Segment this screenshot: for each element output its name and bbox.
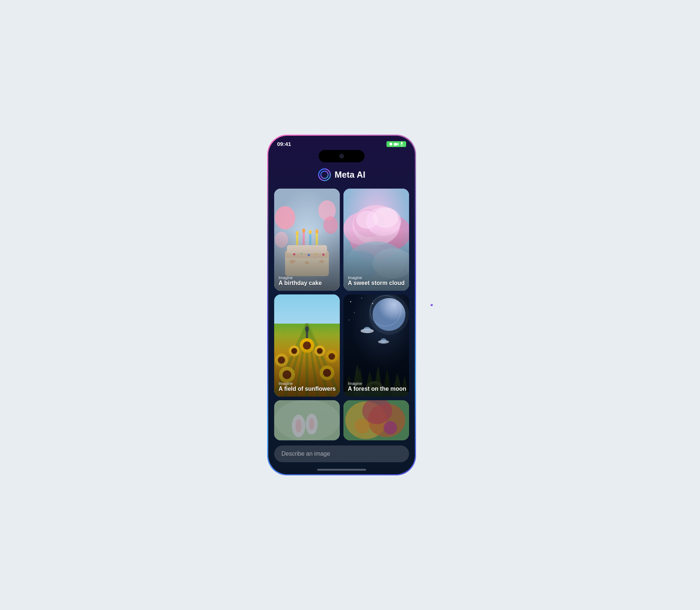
dynamic-island xyxy=(319,150,365,162)
imagine-label-sunflower-top: Imagine xyxy=(279,381,336,386)
image-label-moon: Imagine A forest on the moon xyxy=(348,381,406,392)
imagine-label-moon-top: Imagine xyxy=(348,381,406,386)
image-label-cake: Imagine A birthday cake xyxy=(279,275,322,286)
svg-rect-1 xyxy=(401,142,402,144)
svg-point-77 xyxy=(361,329,374,332)
svg-point-70 xyxy=(354,312,355,313)
front-camera xyxy=(339,154,344,158)
rec-dot xyxy=(389,143,392,146)
svg-point-40 xyxy=(373,208,398,228)
imagine-label-cloud-main: A sweet storm cloud xyxy=(348,280,405,286)
describe-image-input[interactable]: Describe an image xyxy=(274,445,409,462)
svg-point-71 xyxy=(349,320,349,320)
right-phone-border: 09:41 xyxy=(431,304,433,306)
bunny-scene xyxy=(274,400,340,440)
imagine-label-cake-top: Imagine xyxy=(279,275,322,280)
meta-ai-title: Meta AI xyxy=(335,170,365,180)
partial-card-bunny[interactable] xyxy=(274,400,340,440)
mic-icon-small xyxy=(400,142,403,146)
svg-point-102 xyxy=(355,418,370,433)
left-phone-border: 09:41 xyxy=(267,135,416,475)
svg-point-68 xyxy=(361,298,362,298)
partial-card-colorful[interactable] xyxy=(343,400,409,440)
input-placeholder: Describe an image xyxy=(281,451,330,457)
partial-image-row xyxy=(268,397,415,440)
svg-point-6 xyxy=(275,206,295,229)
svg-rect-0 xyxy=(394,143,397,146)
svg-point-103 xyxy=(384,421,397,435)
left-home-indicator xyxy=(317,469,366,471)
svg-point-97 xyxy=(309,418,314,430)
imagine-label-sunflower-main: A field of sunflowers xyxy=(279,386,336,392)
camera-icon xyxy=(394,142,399,146)
imagine-label-moon-main: A forest on the moon xyxy=(348,386,406,392)
svg-point-67 xyxy=(350,301,351,302)
image-label-sunflower: Imagine A field of sunflowers xyxy=(279,381,336,392)
left-time: 09:41 xyxy=(277,141,291,147)
image-grid: Imagine A birthday cake xyxy=(268,189,415,397)
svg-point-96 xyxy=(296,419,302,433)
svg-point-74 xyxy=(369,294,409,335)
image-card-sunflowers[interactable]: Imagine A field of sunflowers xyxy=(274,294,340,397)
meta-ai-screen: 09:41 xyxy=(268,136,415,474)
svg-point-4 xyxy=(321,171,328,178)
recording-badge xyxy=(386,141,406,147)
image-card-moon-forest[interactable]: Imagine A forest on the moon xyxy=(343,294,409,397)
phones-container: 09:41 xyxy=(267,135,433,475)
colorful-scene xyxy=(343,400,409,440)
imagine-label-cake-main: A birthday cake xyxy=(279,280,322,286)
meta-logo xyxy=(318,168,331,181)
left-status-bar: 09:41 xyxy=(268,136,415,150)
image-card-storm-cloud[interactable]: Imagine A sweet storm cloud xyxy=(343,189,409,291)
status-right xyxy=(386,141,406,147)
image-label-cloud: Imagine A sweet storm cloud xyxy=(348,275,405,286)
meta-ai-header: Meta AI xyxy=(268,168,415,189)
imagine-label-cloud-top: Imagine xyxy=(348,275,405,280)
left-phone: 09:41 xyxy=(268,136,415,474)
image-card-birthday-cake[interactable]: Imagine A birthday cake xyxy=(274,189,340,291)
